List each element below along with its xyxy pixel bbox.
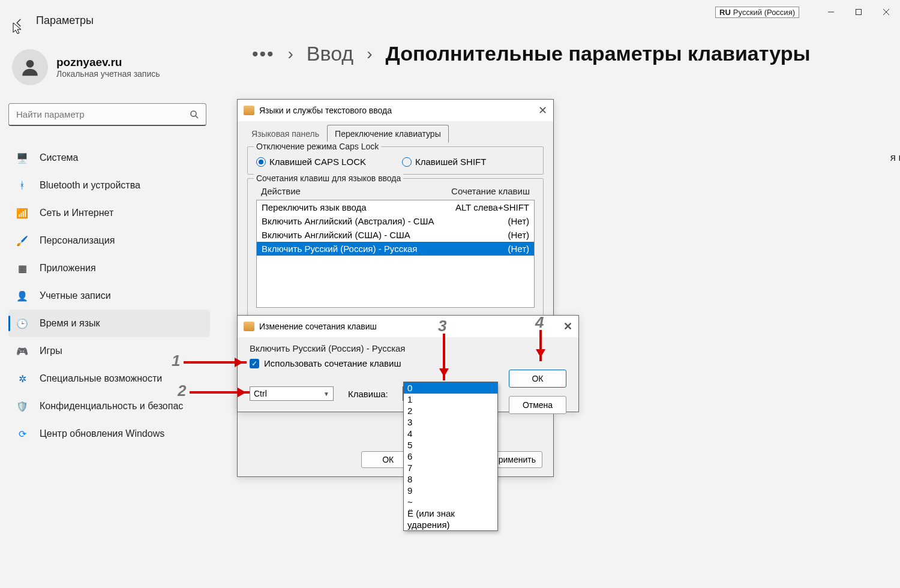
list-item[interactable]: Включить Английский (Австралия) - США(Не… [257,214,534,228]
sidebar-nav: 🖥️Система ᚼBluetooth и устройства 📶Сеть … [8,144,210,448]
dialog-titlebar[interactable]: Изменение сочетания клавиш ✕ [238,316,578,337]
search-icon [189,109,200,120]
dropdown-option[interactable]: Ё (или знак ударения) [404,508,497,530]
dialog-close-button[interactable]: ✕ [538,104,547,117]
search-input[interactable] [15,109,189,120]
monitor-icon: 🖥️ [16,151,29,164]
breadcrumb-overflow[interactable]: ••• [252,44,275,64]
svg-point-1 [26,60,34,68]
dropdown-option[interactable]: 5 [404,439,497,451]
list-item[interactable]: Переключить язык вводаALT слева+SHIFT [257,200,534,214]
annotation-number: 4 [535,313,544,332]
nav-system[interactable]: 🖥️Система [8,144,210,172]
svg-point-2 [191,111,196,116]
dialog-title: Языки и службы текстового ввода [259,106,392,115]
chevron-down-icon: ▼ [323,391,329,397]
list-item-selected[interactable]: Включить Русский (Россия) - Русская(Нет) [257,242,534,256]
annotation-number: 1 [172,352,180,370]
radio-on-icon [256,157,266,167]
nav-network[interactable]: 📶Сеть и Интернет [8,199,210,227]
shield-icon: 🛡️ [16,400,29,413]
breadcrumb-current: Дополнительные параметры клавиатуры [386,42,811,65]
key-dropdown-list[interactable]: 0 1 2 3 4 5 6 7 8 9 ~ Ё (или знак ударен… [403,382,498,531]
profile-block[interactable]: poznyaev.ru Локальная учетная запись [8,49,210,85]
dropdown-option[interactable]: ~ [404,496,497,508]
dialog-title: Изменение сочетания клавиш [259,322,377,331]
annotation-arrow [539,330,542,361]
nav-personalization[interactable]: 🖌️Персонализация [8,227,210,254]
profile-subtitle: Локальная учетная запись [56,69,160,79]
globe-clock-icon: 🕒 [16,317,29,330]
accessibility-icon: ✲ [16,372,29,385]
dropdown-option[interactable]: 0 [404,382,497,394]
search-box[interactable] [8,103,206,126]
hotkeys-list[interactable]: Переключить язык вводаALT слева+SHIFT Вк… [256,200,535,308]
text-services-dialog: Языки и службы текстового ввода ✕ Языков… [237,99,554,477]
dropdown-option[interactable]: 1 [404,394,497,405]
keyboard-icon [244,106,254,115]
annotation-number: 2 [178,382,186,400]
background-text-fragment: я не на [890,152,900,164]
cursor-icon [12,22,23,35]
nav-time-language[interactable]: 🕒Время и язык [8,310,210,337]
checkbox-checked-icon: ✓ [250,359,259,368]
keyboard-icon [244,322,254,331]
ok-button[interactable]: ОК [509,370,566,388]
annotation-arrow [190,391,250,394]
avatar-icon [12,49,48,85]
profile-name: poznyaev.ru [56,56,160,69]
nav-windows-update[interactable]: ⟳Центр обновления Windows [8,420,210,448]
breadcrumb: ••• › Ввод › Дополнительные параметры кл… [252,42,888,65]
update-icon: ⟳ [16,427,29,440]
enable-hotkey-checkbox[interactable]: ✓ Использовать сочетание клавиш [250,358,566,368]
app-title: Параметры [36,14,94,27]
nav-accounts[interactable]: 👤Учетные записи [8,282,210,310]
group-hotkeys-label: Сочетания клавиш для языков ввода [254,173,403,183]
list-item[interactable]: Включить Английский (США) - США(Нет) [257,228,534,242]
dialog-titlebar[interactable]: Языки и службы текстового ввода ✕ [238,100,553,121]
dropdown-option[interactable]: 7 [404,462,497,473]
dropdown-option[interactable]: 2 [404,405,497,416]
key-label: Клавиша: [348,389,388,399]
radio-off-icon [402,157,412,167]
annotation-arrow [184,361,247,364]
apps-icon: ▦ [16,262,29,275]
radio-shift[interactable]: Клавишей SHIFT [402,157,486,167]
tab-language-bar[interactable]: Языковая панель [244,125,327,143]
nav-apps[interactable]: ▦Приложения [8,254,210,282]
brush-icon: 🖌️ [16,234,29,247]
breadcrumb-prev[interactable]: Ввод [307,42,353,65]
annotation-arrow [443,334,445,380]
person-icon: 👤 [16,289,29,302]
tab-keyboard-switch[interactable]: Переключение клавиатуры [327,125,449,143]
dropdown-option[interactable]: 8 [404,473,497,485]
chevron-right-icon: › [288,44,293,64]
dropdown-option[interactable]: 9 [404,485,497,496]
chevron-right-icon: › [367,44,372,64]
dropdown-option[interactable]: 4 [404,428,497,439]
nav-bluetooth[interactable]: ᚼBluetooth и устройства [8,172,210,199]
wifi-icon: 📶 [16,206,29,220]
cancel-button[interactable]: Отмена [509,396,566,414]
target-language-label: Включить Русский (Россия) - Русская [250,343,566,353]
gamepad-icon: 🎮 [16,344,29,358]
modifier-select[interactable]: Ctrl▼ [250,386,334,401]
dropdown-option[interactable]: 3 [404,416,497,428]
column-combo: Сочетание клавиш [434,186,530,196]
annotation-number: 3 [438,317,446,335]
group-capslock-label: Отключение режима Caps Lock [254,142,381,151]
bluetooth-icon: ᚼ [16,179,29,192]
dialog-close-button[interactable]: ✕ [563,320,572,333]
column-action: Действие [261,186,434,196]
radio-capslock[interactable]: Клавишей CAPS LOCK [256,157,366,167]
dropdown-option[interactable]: 6 [404,451,497,462]
